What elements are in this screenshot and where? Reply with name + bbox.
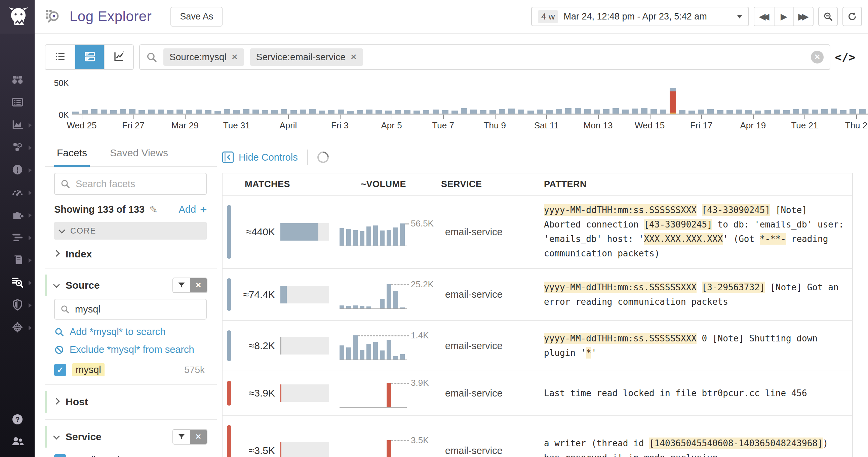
facet-filter-toggle[interactable]: ✕ [173,278,208,293]
timeline-bar[interactable] [442,110,448,113]
tab-facets[interactable]: Facets [56,147,88,166]
play-button[interactable]: ▶ [774,7,794,26]
timeline-bar[interactable] [290,110,297,113]
nav-integrations[interactable] [0,204,35,227]
timeline-bar[interactable] [584,109,591,113]
timeline-bar[interactable] [385,110,392,113]
timeline-bar[interactable] [110,110,117,113]
timeline-bar[interactable] [91,109,97,114]
core-section-header[interactable]: CORE [54,222,207,239]
timeline-bar[interactable] [774,109,780,113]
timeline-bar[interactable] [158,109,164,114]
timeline-bar[interactable] [527,110,534,114]
nav-synthetics[interactable] [0,317,35,339]
nav-dashboards[interactable] [0,114,35,136]
nav-help[interactable]: ? [0,409,35,431]
remove-filter-icon[interactable]: ✕ [231,53,238,62]
add-facet-button[interactable]: Add+ [179,203,207,216]
facet-option-email-service[interactable]: ✓email-service575k [54,454,207,457]
nav-events[interactable] [0,91,35,114]
hide-controls-button[interactable]: Hide Controls [222,151,298,163]
timeline-bar[interactable] [490,110,496,113]
clear-filter-icon[interactable]: ✕ [190,278,207,292]
pattern-row[interactable]: ≈8.2K1.4Kemail-serviceyyyy-MM-ddTHH:mm:s… [222,321,852,371]
timeline-bar[interactable] [262,110,268,113]
search-facets-input[interactable]: Search facets [54,173,207,195]
timeline-bar[interactable] [480,110,487,113]
timeline-bar[interactable] [338,109,344,113]
timeline-spike-bar-warn[interactable] [670,112,676,113]
timeline-bar[interactable] [309,109,316,113]
refresh-button[interactable] [842,7,862,26]
timeline-bar[interactable] [831,108,837,113]
timeline-bar[interactable] [461,108,467,113]
timeline-bar[interactable] [726,110,733,113]
facet-group-index[interactable]: Index [54,248,207,260]
timeline-bar[interactable] [196,109,202,113]
filter-pill-source[interactable]: Source:mysql ✕ [163,48,244,66]
timeline-bar[interactable] [698,109,704,113]
timeline-bar[interactable] [452,110,458,113]
timeline-bar[interactable] [859,109,866,113]
nav-binoculars[interactable] [0,69,35,91]
timeline-bar[interactable] [537,109,543,113]
checked-checkbox[interactable]: ✓ [54,364,66,376]
timeline-bar[interactable] [802,109,808,113]
nav-logs[interactable] [0,271,35,294]
add-wildcard-to-search-link[interactable]: Add *mysql* to search [54,326,217,337]
timeline-bar[interactable] [138,110,145,113]
nav-notebooks[interactable] [0,249,35,271]
timeline-bar[interactable] [395,110,401,113]
timeline-bar[interactable] [413,110,420,113]
timeline-bar[interactable] [613,108,619,113]
filter-pill-service[interactable]: Service:email-service ✕ [250,48,363,66]
timeline-bar[interactable] [518,109,524,113]
timeline-bar[interactable] [849,109,856,113]
source-filter-input[interactable]: mysql [54,299,207,320]
timeline-bar[interactable] [300,109,306,113]
facet-group-host[interactable]: Host [45,392,217,411]
facet-option-mysql[interactable]: ✓mysql575k [54,363,207,377]
timeline-bar[interactable] [783,110,790,113]
timeline-bar[interactable] [812,109,818,113]
facet-group-source[interactable]: Source ✕ [45,276,217,295]
chart-view-button[interactable] [104,45,133,69]
timeline-bar[interactable] [821,109,828,113]
timeline-bar[interactable] [755,110,761,113]
timeline-bar[interactable] [717,110,723,113]
timeline-bar[interactable] [224,109,230,113]
save-as-button[interactable]: Save As [170,7,222,27]
timeline-bar[interactable] [177,109,183,113]
timeline-spike-bar-error[interactable] [670,91,676,113]
time-range-selector[interactable]: 4 w Mar 24, 12:48 pm - Apr 23, 5:42 am [531,7,749,26]
timeline-bar[interactable] [243,109,249,113]
pattern-row[interactable]: ≈3.5K3.5Kemail-servicea writer (thread i… [222,416,852,457]
timeline-bar[interactable] [651,109,657,113]
facet-group-service[interactable]: Service ✕ [45,427,217,446]
timeline-bar[interactable] [546,110,553,113]
timeline-bar[interactable] [793,109,799,113]
timeline-bar[interactable] [404,110,410,113]
timeline-bar[interactable] [499,109,505,113]
query-syntax-toggle[interactable]: </> [836,44,855,70]
timeline-bar[interactable] [508,108,515,113]
timeline-bar[interactable] [319,110,325,114]
nav-monitors[interactable] [0,159,35,182]
timeline-bar[interactable] [148,109,155,113]
facet-filter-toggle[interactable]: ✕ [173,429,208,445]
timeline-bar[interactable] [603,109,610,113]
timeline-bar[interactable] [357,110,363,113]
clear-filter-icon[interactable]: ✕ [190,430,207,444]
timeline-bar[interactable] [205,110,212,113]
timeline-bar[interactable] [328,110,335,113]
timeline-bar[interactable] [82,110,88,113]
nav-security[interactable] [0,294,35,317]
clear-search-icon[interactable]: ✕ [811,51,824,64]
timeline-bar[interactable] [736,109,742,114]
funnel-icon[interactable] [173,430,190,444]
search-input[interactable]: Source:mysql ✕ Service:email-service ✕ ✕ [139,44,830,70]
timeline-bar[interactable] [840,110,846,113]
timeline-bar[interactable] [745,110,752,113]
timeline-bar[interactable] [120,109,126,113]
nav-apm[interactable] [0,227,35,249]
